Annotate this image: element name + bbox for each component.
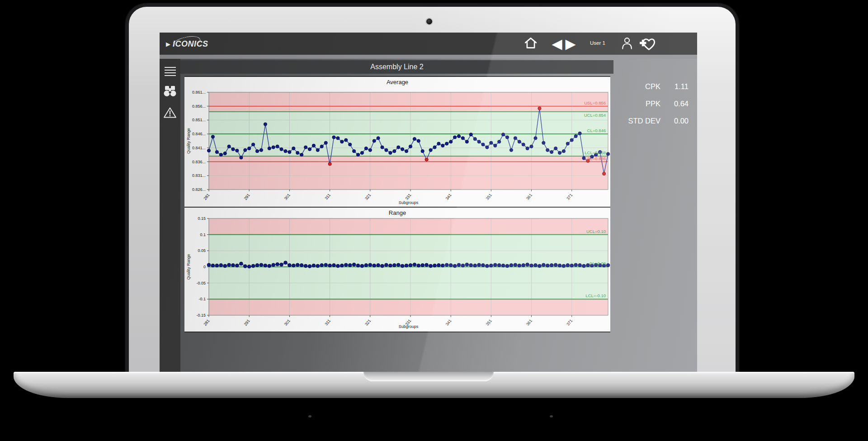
svg-text:Quality Range: Quality Range [186,128,191,154]
svg-text:LCL=-0.10: LCL=-0.10 [585,293,606,298]
average-chart-plot: 0.861...0.856...0.851...0.846...0.841...… [184,77,610,207]
base-foot [550,415,553,417]
svg-text:Subgroups: Subgroups [399,324,419,329]
top-app-bar: ▶ ICONICS ◀ ▶ User 1 [160,33,697,55]
range-chart-title: Range [184,209,610,216]
svg-text:-0.15: -0.15 [196,313,206,318]
svg-text:311: 311 [324,318,331,326]
svg-text:351: 351 [485,193,493,201]
stat-label: PPK [613,100,660,108]
home-button[interactable] [521,33,540,55]
svg-text:0.826...: 0.826... [192,187,206,192]
toolbar-divider [160,55,697,59]
svg-text:311: 311 [324,193,331,200]
svg-text:CL=0.00: CL=0.00 [590,261,606,266]
svg-text:Subgroups: Subgroups [399,200,419,205]
svg-text:371: 371 [566,193,573,201]
svg-text:361: 361 [525,193,533,201]
svg-text:LCL=0.838: LCL=0.838 [585,150,606,155]
svg-text:0.05: 0.05 [198,248,206,253]
svg-text:321: 321 [364,318,372,327]
svg-text:Quality Range: Quality Range [186,254,191,280]
svg-text:301: 301 [283,318,291,327]
nav-back-button[interactable]: ◀ [549,33,563,55]
logo-text: ICONICS [173,39,208,49]
svg-text:361: 361 [525,318,533,327]
svg-text:281: 281 [203,318,210,327]
stat-value: 0.00 [660,117,689,125]
svg-text:UCL=0.10: UCL=0.10 [586,229,606,234]
svg-text:291: 291 [243,318,251,327]
svg-text:341: 341 [445,193,453,201]
laptop-mockup: ▶ ICONICS ◀ ▶ User 1 [0,0,868,441]
nav-forward-button[interactable]: ▶ [563,33,576,55]
sidebar [160,59,180,372]
logo-arrow-icon: ▶ [166,41,170,47]
svg-text:351: 351 [485,318,493,327]
health-button[interactable] [636,33,660,55]
svg-text:291: 291 [243,193,251,201]
svg-text:0.851...: 0.851... [192,118,206,122]
stat-row-cpk: CPK 1.11 [613,82,695,91]
svg-text:331: 331 [404,193,412,201]
stat-value: 0.64 [660,100,689,108]
svg-text:0.1: 0.1 [200,232,206,237]
svg-text:UCL=0.854: UCL=0.854 [584,113,606,118]
svg-text:0.856...: 0.856... [192,104,206,109]
range-chart: Range 0.150.10.050-0.05-0.1-0.1528129130… [184,208,610,332]
page-title: Assembly Line 2 [370,63,423,71]
range-chart-plot: 0.150.10.050-0.05-0.1-0.1528129130131132… [184,208,610,332]
stat-value: 1.11 [660,82,689,91]
base-foot [308,415,311,417]
iconics-logo: ▶ ICONICS [166,38,208,50]
svg-text:371: 371 [566,318,573,327]
page-title-bar: Assembly Line 2 [180,60,613,74]
search-icon [163,85,177,99]
alerts-button[interactable] [160,104,180,122]
svg-text:USL=0.856: USL=0.856 [584,100,606,105]
stat-label: STD DEV [613,117,660,125]
svg-text:301: 301 [283,193,291,201]
average-chart-title: Average [184,79,610,85]
stat-row-ppk: PPK 0.64 [613,100,695,108]
stat-label: CPK [613,82,660,91]
user-label: User 1 [590,40,605,46]
svg-text:0.15: 0.15 [198,216,206,221]
spc-charts-panel: Average 0.861...0.856...0.851...0.846...… [184,76,610,332]
alerts-icon [163,107,177,120]
lid-notch [363,372,494,381]
svg-text:0.831...: 0.831... [192,173,206,178]
svg-text:CL=0.846: CL=0.846 [587,128,606,133]
menu-icon [165,67,176,76]
svg-text:0.836...: 0.836... [192,160,206,164]
laptop-base [14,372,854,398]
health-icon [638,35,658,52]
user-button[interactable] [619,33,635,55]
svg-text:0: 0 [203,265,206,269]
app-screen: ▶ ICONICS ◀ ▶ User 1 [160,33,697,372]
svg-text:LSL=0.836: LSL=0.836 [585,156,606,161]
svg-text:-0.05: -0.05 [196,281,206,285]
search-button[interactable] [160,82,180,100]
user-icon [621,36,633,51]
svg-text:-0.1: -0.1 [198,297,206,301]
stat-row-stddev: STD DEV 0.00 [613,117,695,125]
logo-swoosh-icon [170,33,202,52]
nav-back-icon: ◀ [552,37,560,51]
stats-panel: CPK 1.11 PPK 0.64 STD DEV 0.00 [613,82,695,134]
svg-text:281: 281 [203,193,210,201]
average-chart: Average 0.861...0.856...0.851...0.846...… [184,77,610,208]
home-icon [524,37,538,51]
menu-button[interactable] [160,62,180,81]
svg-text:0.846...: 0.846... [192,132,206,136]
svg-text:0.861...: 0.861... [192,90,206,95]
svg-text:321: 321 [364,193,372,201]
webcam-dot [426,19,432,24]
svg-text:341: 341 [445,318,453,327]
nav-forward-icon: ▶ [565,37,574,51]
svg-text:0.841...: 0.841... [192,146,206,150]
